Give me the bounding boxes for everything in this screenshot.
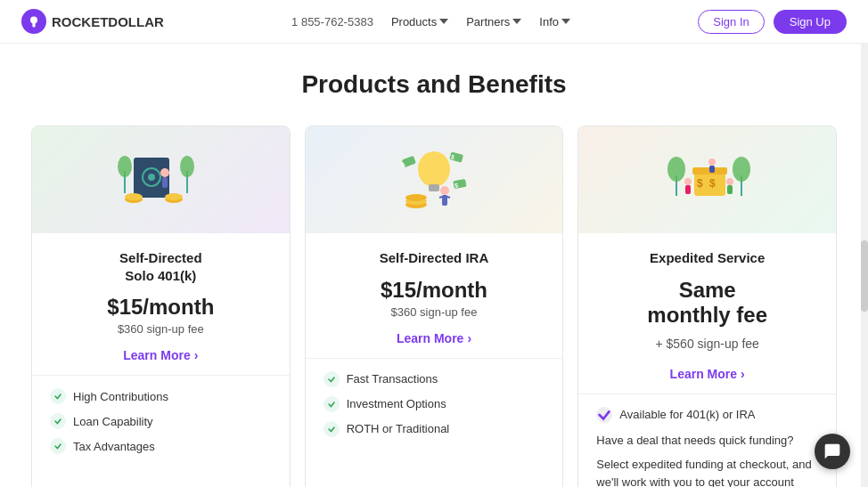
svg-rect-14 (162, 177, 168, 188)
nav-partners[interactable]: Partners (466, 15, 521, 28)
signup-button[interactable]: Sign Up (774, 10, 847, 34)
expedited-description: Have a deal that needs quick funding? Se… (596, 432, 818, 487)
nav-center: 1 855-762-5383 Products Partners Info (291, 15, 570, 28)
card-image-ira: $ $ $ (306, 126, 563, 233)
svg-rect-41 (727, 185, 733, 194)
svg-point-36 (684, 178, 692, 185)
card-image-401k (32, 126, 290, 233)
svg-point-4 (148, 174, 155, 181)
check-icon (323, 396, 340, 412)
arrow-right-icon: › (194, 348, 199, 362)
illustration-expedited: $ $ (663, 135, 752, 224)
card-body-ira: Self-Directed IRA $15/month $360 sign-up… (306, 233, 563, 359)
card-image-expedited: $ $ (578, 126, 836, 233)
card-price-401k: $15/month (50, 295, 272, 320)
check-icon (323, 421, 340, 437)
card-body-expedited: Expedited Service Same monthly fee + $56… (578, 233, 836, 394)
card-title-ira: Self-Directed IRA (323, 249, 545, 267)
feature-investment-options: Investment Options (323, 396, 545, 412)
card-ira: $ $ $ Self-Directed IRA (305, 126, 564, 487)
svg-text:$: $ (697, 177, 703, 190)
svg-point-10 (118, 156, 132, 177)
card-fee-401k: $360 sign-up fee (50, 322, 272, 336)
svg-rect-1 (32, 23, 35, 28)
logo-icon (21, 9, 46, 34)
check-icon (50, 388, 66, 404)
feature-high-contributions: High Contributions (50, 388, 272, 404)
svg-text:$: $ (709, 177, 716, 190)
navbar: ROCKETDOLLAR 1 855-762-5383 Products Par… (0, 0, 868, 44)
svg-point-33 (667, 157, 685, 182)
card-price-ira: $15/month (323, 278, 545, 303)
svg-rect-16 (429, 184, 439, 191)
nav-products[interactable]: Products (391, 15, 448, 28)
learn-more-ira[interactable]: Learn More › (323, 331, 545, 345)
card-features-401k: High Contributions Loan Capability Tax A… (32, 376, 290, 487)
svg-point-38 (708, 158, 716, 166)
card-title-expedited: Expedited Service (596, 249, 818, 267)
svg-rect-37 (685, 185, 691, 194)
card-title-401k: Self-DirectedSolo 401(k) (50, 249, 272, 284)
svg-point-12 (180, 156, 194, 177)
chat-bubble-button[interactable] (815, 434, 850, 469)
card-expedited: $ $ Expedited Service Same monthly fee +… (577, 126, 837, 487)
check-icon (50, 413, 66, 429)
cards-grid: Self-DirectedSolo 401(k) $15/month $360 … (24, 126, 844, 487)
feature-fast-transactions: Fast Transactions (323, 371, 545, 387)
nav-phone: 1 855-762-5383 (291, 15, 373, 28)
main-content: Products and Benefits (0, 44, 868, 487)
signin-button[interactable]: Sign In (698, 10, 764, 34)
svg-point-8 (165, 193, 183, 200)
card-body-401k: Self-DirectedSolo 401(k) $15/month $360 … (32, 233, 290, 376)
logo[interactable]: ROCKETDOLLAR (21, 9, 164, 34)
learn-more-expedited[interactable]: Learn More › (596, 367, 818, 381)
svg-point-13 (160, 168, 169, 177)
feature-loan-capability: Loan Capability (50, 413, 272, 429)
check-icon (323, 371, 340, 387)
svg-point-0 (30, 16, 37, 23)
card-features-ira: Fast Transactions Investment Options ROT… (306, 359, 563, 488)
svg-point-35 (733, 157, 750, 182)
illustration-401k (116, 135, 205, 224)
card-features-expedited: Available for 401(k) or IRA Have a deal … (578, 394, 836, 487)
svg-point-6 (125, 193, 143, 200)
feature-available-401k-ira: Available for 401(k) or IRA (596, 407, 818, 423)
svg-rect-39 (709, 166, 715, 173)
nav-info[interactable]: Info (539, 15, 570, 28)
arrow-right-icon: › (467, 331, 471, 345)
chevron-down-icon (561, 17, 570, 26)
chevron-down-icon (512, 17, 521, 26)
scrollbar-track (861, 0, 868, 487)
svg-point-15 (418, 151, 450, 187)
svg-point-25 (405, 194, 427, 201)
chevron-down-icon (439, 17, 448, 26)
learn-more-401k[interactable]: Learn More › (50, 348, 272, 362)
check-alt-icon (596, 407, 612, 423)
nav-actions: Sign In Sign Up (698, 10, 847, 34)
logo-text: ROCKETDOLLAR (52, 14, 164, 29)
arrow-right-icon: › (741, 367, 745, 381)
page-title: Products and Benefits (18, 70, 850, 99)
feature-roth-traditional: ROTH or Traditional (323, 421, 545, 437)
chat-icon (823, 442, 841, 460)
card-fee-ira: $360 sign-up fee (323, 305, 545, 319)
scrollbar-thumb[interactable] (861, 240, 868, 312)
svg-point-40 (726, 178, 733, 185)
svg-point-26 (440, 186, 449, 195)
illustration-ira: $ $ $ (389, 135, 479, 224)
check-icon (50, 438, 66, 454)
card-price-expedited: Same monthly fee + $560 sign-up fee (596, 278, 818, 354)
feature-tax-advantages: Tax Advantages (50, 438, 272, 454)
card-solo-401k: Self-DirectedSolo 401(k) $15/month $360 … (31, 126, 291, 487)
